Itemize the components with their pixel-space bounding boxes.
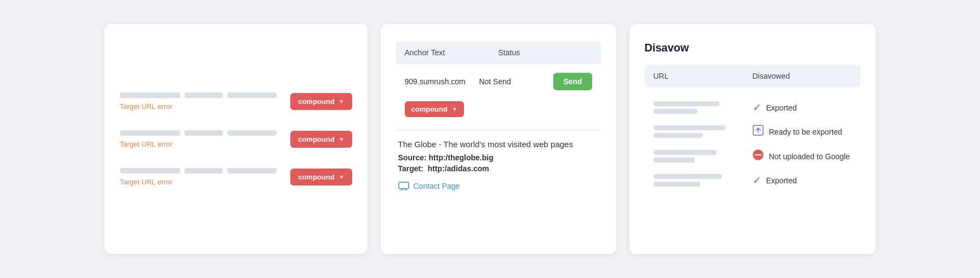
info-title: The Globe - The world's most visited web… — [398, 140, 599, 149]
compound-button-1[interactable]: compound ▼ — [290, 93, 352, 110]
target-url-error: Target URL error — [120, 178, 277, 186]
placeholder-line — [654, 101, 719, 106]
disavow-table-header: URL Disavowed — [645, 65, 861, 87]
disavow-url-placeholder — [654, 174, 753, 187]
placeholder-line — [120, 168, 180, 173]
placeholder-line — [120, 92, 180, 98]
chevron-down-icon: ▼ — [339, 136, 345, 142]
disavow-url-placeholder — [654, 101, 753, 114]
anchor-value: 909.sumrush.com — [405, 77, 475, 86]
section-divider — [396, 130, 601, 131]
export-icon — [753, 125, 764, 138]
placeholder-lines — [120, 168, 277, 173]
placeholder-line — [654, 182, 700, 187]
contact-page-label: Contact Page — [414, 182, 460, 190]
info-section: The Globe - The world's most visited web… — [396, 140, 601, 190]
table-header: Anchor Text Status — [396, 42, 601, 63]
url-row-2: Target URL error compound ▼ — [120, 130, 352, 148]
info-source: Source: http:/theglobe.big — [398, 153, 599, 162]
disavow-row-3: Not uploaded to Google — [645, 144, 861, 169]
compound-tag-button[interactable]: compound ▼ — [405, 101, 464, 117]
chat-icon — [398, 182, 409, 190]
card-table: Anchor Text Status 909.sumrush.com Not S… — [381, 24, 616, 254]
placeholder-line — [227, 168, 277, 173]
compound-button-2[interactable]: compound ▼ — [290, 131, 352, 148]
placeholder-line — [654, 133, 703, 138]
card-disavow: Disavow URL Disavowed ✓ Exported — [629, 24, 876, 254]
disavow-row-1: ✓ Exported — [645, 96, 861, 119]
check-icon: ✓ — [753, 102, 761, 114]
card-url-errors: Target URL error compound ▼ Target URL e… — [105, 24, 368, 254]
source-url: http:/theglobe.big — [429, 153, 494, 162]
disavow-col-disavowed: Disavowed — [753, 72, 852, 80]
placeholder-line — [120, 130, 180, 136]
disavow-status-exported-2: ✓ Exported — [753, 175, 852, 187]
placeholder-line — [185, 92, 223, 98]
chevron-down-icon: ▼ — [452, 106, 457, 112]
info-target: Target: http:/adidas.com — [398, 164, 599, 173]
url-row-3: Target URL error compound ▼ — [120, 168, 352, 186]
target-url-error: Target URL error — [120, 102, 277, 111]
source-label: Source: — [398, 153, 427, 162]
placeholder-line — [227, 92, 277, 98]
table-data-row: 909.sumrush.com Not Send Send — [396, 64, 601, 99]
target-url-error: Target URL error — [120, 140, 277, 148]
placeholder-line — [654, 109, 697, 114]
disavow-title: Disavow — [645, 42, 861, 54]
target-label: Target: — [398, 164, 423, 173]
disavow-url-placeholder — [654, 125, 753, 138]
disavow-col-url: URL — [654, 72, 753, 80]
status-label: Exported — [766, 103, 797, 112]
status-label: Not uploaded to Google — [769, 152, 850, 161]
block-icon — [753, 149, 764, 163]
disavow-status-ready: Ready to be exported — [753, 125, 852, 138]
disavow-status-not-uploaded: Not uploaded to Google — [753, 149, 852, 163]
disavow-row-2: Ready to be exported — [645, 119, 861, 144]
disavow-row-4: ✓ Exported — [645, 169, 861, 192]
placeholder-line — [185, 130, 223, 136]
placeholder-line — [227, 130, 277, 136]
status-label: Exported — [766, 176, 797, 185]
compound-button-3[interactable]: compound ▼ — [290, 169, 352, 186]
target-url: http:/adidas.com — [428, 164, 489, 173]
placeholder-line — [185, 168, 223, 173]
chevron-down-icon: ▼ — [339, 99, 345, 105]
placeholder-line — [654, 150, 717, 155]
placeholder-line — [654, 174, 722, 179]
placeholder-line — [654, 125, 725, 130]
contact-page-link[interactable]: Contact Page — [398, 182, 599, 190]
chevron-down-icon: ▼ — [339, 174, 345, 180]
disavow-url-placeholder — [654, 150, 753, 163]
check-icon: ✓ — [753, 175, 761, 187]
cards-container: Target URL error compound ▼ Target URL e… — [105, 24, 876, 254]
col-status-header: Status — [498, 48, 592, 57]
status-value: Not Send — [479, 77, 549, 86]
svg-rect-0 — [399, 182, 409, 189]
url-row-1: Target URL error compound ▼ — [120, 92, 352, 111]
placeholder-line — [654, 158, 695, 163]
send-button[interactable]: Send — [553, 73, 592, 90]
status-label: Ready to be exported — [769, 128, 843, 136]
placeholder-lines — [120, 130, 277, 136]
placeholder-lines — [120, 92, 277, 98]
disavow-status-exported-1: ✓ Exported — [753, 102, 852, 114]
col-anchor-header: Anchor Text — [405, 48, 498, 57]
